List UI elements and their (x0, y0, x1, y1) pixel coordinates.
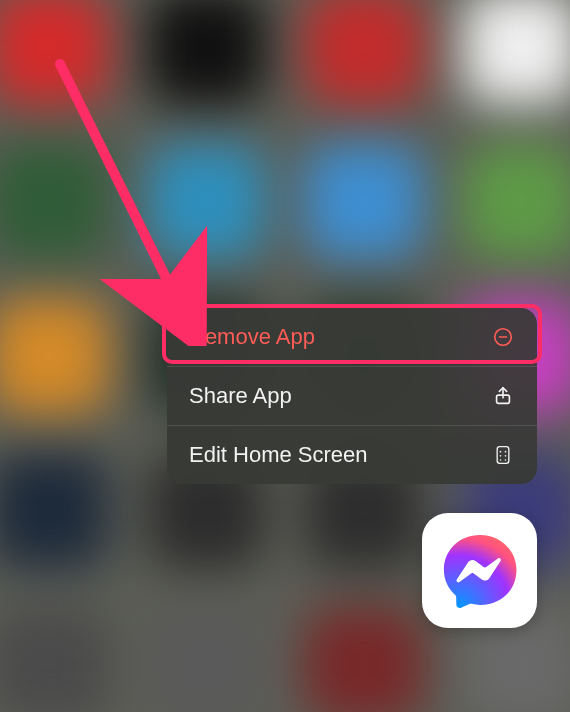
svg-rect-4 (497, 447, 509, 464)
blurred-app-icon (0, 0, 108, 104)
messenger-logo-icon (437, 528, 523, 614)
messenger-app-icon[interactable] (422, 513, 537, 628)
blurred-app-icon (148, 144, 266, 258)
apps-grid-icon (491, 443, 515, 467)
blurred-app-icon (148, 608, 266, 712)
blurred-app-icon (0, 144, 108, 258)
minus-circle-icon (491, 325, 515, 349)
svg-point-8 (505, 455, 507, 457)
blurred-app-icon (305, 0, 423, 104)
share-app-item[interactable]: Share App (167, 367, 537, 426)
blurred-app-icon (305, 608, 423, 712)
blurred-app-icon (148, 0, 266, 104)
menu-item-label: Remove App (189, 324, 315, 350)
blurred-app-icon (463, 0, 571, 104)
menu-item-label: Edit Home Screen (189, 442, 368, 468)
svg-point-9 (500, 459, 502, 461)
remove-app-item[interactable]: Remove App (167, 308, 537, 367)
blurred-app-icon (0, 453, 108, 567)
blurred-app-icon (463, 144, 571, 258)
menu-item-label: Share App (189, 383, 292, 409)
svg-point-10 (505, 459, 507, 461)
svg-point-6 (505, 451, 507, 453)
svg-point-7 (500, 455, 502, 457)
blurred-app-icon (0, 299, 108, 413)
blurred-app-icon (0, 608, 108, 712)
blurred-app-icon (305, 144, 423, 258)
svg-point-5 (500, 451, 502, 453)
share-icon (491, 384, 515, 408)
edit-home-screen-item[interactable]: Edit Home Screen (167, 426, 537, 484)
app-context-menu: Remove App Share App Edit Home Screen (167, 308, 537, 484)
